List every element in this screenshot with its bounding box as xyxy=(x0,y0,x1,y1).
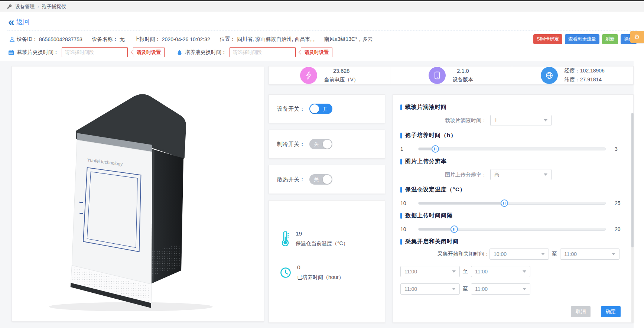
collect-start-select-2[interactable]: 11:00 xyxy=(400,266,460,277)
upload-interval-slider-row: 10 20 xyxy=(400,226,626,232)
chamber-temperature-value: 19 xyxy=(296,230,348,237)
drip-time-label: 载玻片滴液时间： xyxy=(400,117,487,124)
report-time-label: 上报时间： xyxy=(134,36,160,43)
chamber-set-temp-slider-row: 10 25 xyxy=(400,200,626,206)
double-chevron-left-icon: « xyxy=(8,18,13,26)
upload-interval-slider[interactable] xyxy=(418,228,606,231)
image-resolution-label: 图片上传分辨率： xyxy=(400,171,487,178)
cultured-hours-value: 0 xyxy=(297,264,344,271)
dotted-divider xyxy=(7,30,637,30)
slide-replace-input[interactable] xyxy=(62,47,128,57)
gps-stat: 经度：102.18906 纬度：27.91814 xyxy=(512,66,633,84)
image-resolution-select[interactable]: 高 xyxy=(490,169,552,180)
gear-icon: ⚙ xyxy=(634,33,640,41)
slider-max-label: 25 xyxy=(615,200,626,206)
readings-card: 19 保温仓当前温度（°C） 0 已培养时间（hour） xyxy=(269,200,385,323)
sim-bind-button[interactable]: SIM卡绑定 xyxy=(533,34,562,44)
device-id-label: 设备ID： xyxy=(17,36,38,43)
to-label: 至 xyxy=(463,268,468,275)
section-bar xyxy=(400,213,402,219)
thermometer-icon xyxy=(280,231,290,246)
collect-time-row-1: 采集开始和关闭时间： 10:00 至 11:00 xyxy=(400,249,626,260)
location-value: 四川省, 凉山彝族自治州, 西昌市, , xyxy=(237,36,315,43)
slider-min-label: 10 xyxy=(400,200,409,206)
collect-start-select-3[interactable]: 11:00 xyxy=(400,283,460,295)
collect-time-label: 采集开始和关闭时间： xyxy=(400,251,489,257)
cooling-switch-label: 制冷开关： xyxy=(277,141,305,148)
view-traffic-button[interactable]: 查看剩余流量 xyxy=(565,34,599,44)
replace-time-row: 载玻片更换时间： 请及时设置 培养液更换时间： 请及时设置 xyxy=(8,47,637,57)
liquid-replace-warning-tag: 请及时设置 xyxy=(301,48,332,57)
chevron-down-icon xyxy=(541,253,545,255)
collect-end-select-3[interactable]: 11:00 xyxy=(471,283,530,295)
chamber-temperature-reading: 19 保温仓当前温度（°C） xyxy=(280,230,385,247)
section-bar xyxy=(400,133,402,139)
slider-min-label: 1 xyxy=(400,146,409,152)
device-switch-label: 设备开关： xyxy=(277,105,305,113)
breadcrumb-device-management[interactable]: 设备管理 xyxy=(15,3,35,10)
collect-start-select-1[interactable]: 10:00 xyxy=(489,249,549,260)
liquid-replace-label: 培养液更换时间： xyxy=(185,49,227,56)
settings-panel: 载玻片滴液时间 载玻片滴液时间： 1 孢子培养时间（h） 1 xyxy=(393,94,634,323)
to-label: 至 xyxy=(552,251,557,257)
collect-time-row-2: 11:00 至 11:00 xyxy=(400,266,626,277)
wrench-icon xyxy=(7,4,12,9)
device-switch-card: 设备开关： 开 xyxy=(269,94,385,123)
slider-handle[interactable] xyxy=(501,199,508,207)
device-switch-toggle[interactable]: 开 xyxy=(309,104,332,114)
breadcrumb-separator: › xyxy=(38,4,39,9)
collect-end-select-2[interactable]: 11:00 xyxy=(471,266,530,277)
collect-end-select-1[interactable]: 11:00 xyxy=(560,249,619,260)
weather-text: 南风≤3级13C°，多云 xyxy=(324,36,373,43)
culture-time-slider-row: 1 3 xyxy=(400,146,626,152)
chevron-down-icon xyxy=(544,173,547,176)
lightning-icon xyxy=(300,67,317,84)
settings-gear-button[interactable]: ⚙ xyxy=(630,31,644,43)
droplet-icon xyxy=(177,49,182,55)
collect-time-row-3: 11:00 至 11:00 xyxy=(400,283,626,295)
voltage-stat: 23.628 当前电压（V） xyxy=(269,66,390,84)
slide-replace-label: 载玻片更换时间： xyxy=(17,49,59,56)
chevron-down-icon xyxy=(612,253,615,255)
refresh-button[interactable]: 刷新 xyxy=(602,34,618,44)
back-label: 返回 xyxy=(16,17,30,26)
confirm-button[interactable]: 确定 xyxy=(601,306,621,317)
cooling-switch-toggle[interactable]: 关 xyxy=(309,139,332,149)
chamber-set-temp-slider[interactable] xyxy=(418,202,606,205)
toggle-knob xyxy=(323,140,332,149)
culture-time-slider[interactable] xyxy=(418,147,606,150)
calendar-icon xyxy=(8,49,14,55)
clock-icon xyxy=(280,267,291,278)
liquid-replace-input[interactable] xyxy=(230,47,296,57)
section-bar xyxy=(400,104,402,110)
section-collect-times: 采集开启和关闭时间 xyxy=(400,238,626,245)
slider-handle[interactable] xyxy=(432,145,439,153)
device-photo: Yunfei technology xyxy=(26,73,249,315)
toggle-knob xyxy=(310,104,319,113)
cancel-button[interactable]: 取消 xyxy=(571,306,591,317)
heat-dissipation-switch-label: 散热开关： xyxy=(277,176,305,183)
heat-dissipation-switch-card: 散热开关： 关 xyxy=(269,165,385,194)
vertical-scrollbar[interactable] xyxy=(631,113,634,323)
chevron-down-icon xyxy=(452,270,456,273)
drip-time-select[interactable]: 1 xyxy=(490,115,552,126)
section-image-resolution: 图片上传分辨率 xyxy=(400,158,626,165)
to-label: 至 xyxy=(463,286,468,292)
section-drip-time: 载玻片滴液时间 xyxy=(400,104,626,111)
breadcrumb-spore-catcher[interactable]: 孢子捕捉仪 xyxy=(42,3,66,10)
slider-min-label: 10 xyxy=(400,226,409,232)
chamber-temperature-label: 保温仓当前温度（°C） xyxy=(296,240,348,247)
slider-handle[interactable] xyxy=(451,225,458,233)
phone-icon xyxy=(429,67,446,84)
longitude-line: 经度：102.18906 xyxy=(565,68,605,74)
cultured-hours-label: 已培养时间（hour） xyxy=(297,274,344,281)
scrollbar-thumb[interactable] xyxy=(631,113,634,247)
user-icon xyxy=(9,36,15,42)
device-info-row: 设备ID： 865650042837753 设备名称： 无 上报时间： 2020… xyxy=(7,34,637,44)
heat-dissipation-switch-toggle[interactable]: 关 xyxy=(309,174,332,185)
slide-replace-warning-tag: 请及时设置 xyxy=(133,48,165,57)
slider-max-label: 20 xyxy=(615,226,626,232)
voltage-label: 当前电压（V） xyxy=(324,77,358,83)
location-label: 位置： xyxy=(220,36,235,43)
back-button[interactable]: « 返回 xyxy=(7,12,637,29)
